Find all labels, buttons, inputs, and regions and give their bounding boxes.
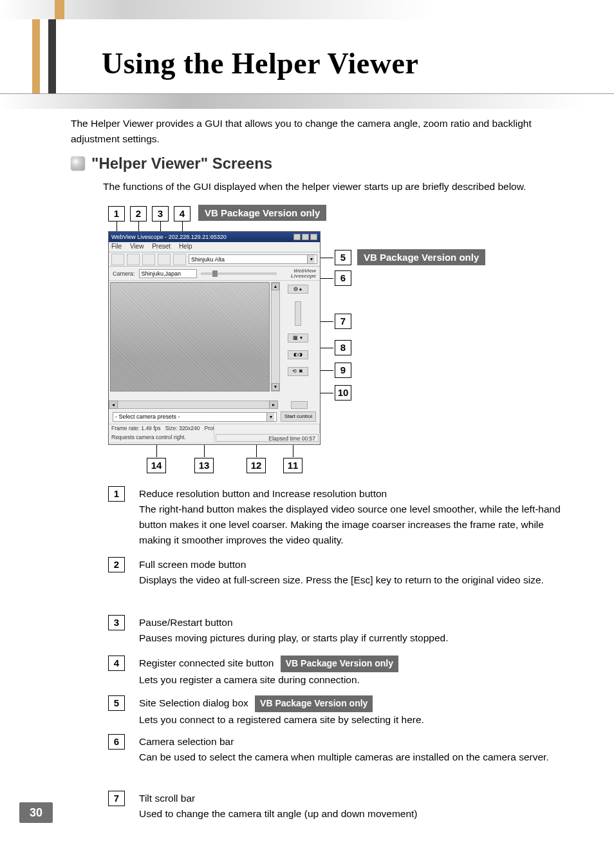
close-icon <box>310 234 317 240</box>
window-buttons <box>293 234 317 240</box>
section-title: "Helper Viewer" Screens <box>91 155 272 173</box>
arrow-down-icon: ▾ <box>272 383 279 391</box>
desc-text-6: Can be used to select the camera when mu… <box>139 751 549 762</box>
callout-7: 7 <box>335 314 351 329</box>
camera-selection-slider <box>201 272 277 275</box>
desc-num-1: 1 <box>108 486 125 502</box>
desc-head-6: Camera selection bar <box>139 736 234 747</box>
desc-text-4: Lets you register a camera site during c… <box>139 674 360 685</box>
preset-select: - Select camera presets - ▾ <box>113 412 277 422</box>
fullscreen-button <box>142 254 155 265</box>
desc-item-1: 1 Reduce resolution button and Increase … <box>108 486 572 548</box>
zoom-slider <box>295 301 301 326</box>
callout-9: 9 <box>335 363 351 378</box>
pause-restart-button <box>158 254 171 265</box>
title-underline <box>0 93 614 109</box>
callout-5: 5 <box>335 250 351 265</box>
camera-value: Shinjuku,Japan <box>142 270 181 277</box>
callout-1: 1 <box>108 206 125 222</box>
badge-item5-vb-only: VB Package Version only <box>255 695 373 712</box>
section-subtitle: The functions of the GUI displayed when … <box>103 179 579 194</box>
preset-row: - Select camera presets - ▾ Start contro… <box>109 410 320 424</box>
callout-8: 8 <box>335 340 351 355</box>
arrow-left-icon: ◂ <box>109 401 118 409</box>
connection-indicator-icon <box>291 401 308 409</box>
camera-label: Camera: <box>113 270 135 277</box>
toolbar: Shinjuku Alta ▾ <box>109 252 320 267</box>
chevron-down-icon: ▾ <box>307 255 315 263</box>
tilt-scrollbar: ▴ ▾ <box>271 282 280 392</box>
reduce-resolution-button <box>111 254 124 265</box>
status-request: Requests camera control right. <box>109 433 214 442</box>
desc-num-3: 3 <box>108 615 125 630</box>
menu-help: Help <box>179 243 192 250</box>
camera-select: Shinjuku,Japan <box>139 269 197 278</box>
desc-num-7: 7 <box>108 791 125 806</box>
top-gradient-bar <box>0 0 614 19</box>
window-title: WebView Livescope - 202.228.129.21:65320 <box>111 234 227 240</box>
desc-head-5: Site Selection dialog box <box>139 697 248 708</box>
desc-item-5: 5 Site Selection dialog box VB Package V… <box>108 695 572 728</box>
page-title: Using the Helper Viewer <box>102 46 418 80</box>
pan-track <box>118 401 269 409</box>
site-selection-dropdown: Shinjuku Alta ▾ <box>189 254 317 264</box>
logo-line2: Livescope <box>281 274 316 279</box>
callout-11: 11 <box>283 458 302 473</box>
desc-item-7: 7 Tilt scroll bar Used to change the cam… <box>108 791 572 822</box>
control-icon-1: ◐◑ <box>288 350 308 359</box>
callout-2: 2 <box>130 206 147 222</box>
camera-row: Camera: Shinjuku,Japan WebView Livescope <box>109 267 320 281</box>
section-bullet-icon <box>71 156 85 171</box>
callout-4: 4 <box>174 206 191 222</box>
desc-num-2: 2 <box>108 557 125 572</box>
callout-13: 13 <box>194 458 214 473</box>
arrow-right-icon: ▸ <box>269 401 278 409</box>
top-orange-mark <box>55 0 64 19</box>
callout-6: 6 <box>335 270 351 286</box>
register-site-button <box>173 254 186 265</box>
badge-right-vb-only: VB Package Version only <box>357 249 485 265</box>
arrow-up-icon: ▴ <box>272 283 279 290</box>
side-dark-bar <box>48 19 56 93</box>
live-video-view <box>110 282 270 392</box>
video-area: ▴ ▾ ◍ ▴ ▦ ▾ ◐◑ ⟲ ✖ <box>109 281 320 400</box>
desc-head-1: Reduce resolution button and Increase re… <box>139 488 387 499</box>
desc-text-7: Used to change the camera tilt angle (up… <box>139 808 418 819</box>
desc-head-7: Tilt scroll bar <box>139 793 195 804</box>
helper-viewer-window-screenshot: WebView Livescope - 202.228.129.21:65320… <box>108 231 321 445</box>
desc-head-2: Full screen mode button <box>139 559 246 570</box>
status-frame-rate: Frame rate: 1.49 fps Size: 320x240 Proto… <box>109 424 214 433</box>
desc-item-3: 3 Pause/Restart button Pauses moving pic… <box>108 615 572 646</box>
page-number-badge: 30 <box>19 802 53 823</box>
desc-item-2: 2 Full screen mode button Displays the v… <box>108 557 572 588</box>
chevron-down-icon: ▾ <box>266 413 274 421</box>
pan-scrollbar: ◂ ▸ <box>109 400 320 410</box>
intro-paragraph: The Helper Viewer provides a GUI that al… <box>71 116 560 147</box>
preset-value: - Select camera presets - <box>115 413 180 420</box>
desc-item-6: 6 Camera selection bar Can be used to se… <box>108 734 572 765</box>
slider-knob-icon <box>212 270 218 277</box>
webview-livescope-logo: WebView Livescope <box>281 269 316 279</box>
desc-num-6: 6 <box>108 734 125 750</box>
status-elapsed: Elapsed time 00:57 <box>216 434 319 442</box>
menu-preset: Preset <box>152 243 171 250</box>
backlight-icon: ▦ ▾ <box>288 334 308 343</box>
desc-text-3: Pauses moving pictures during play, or s… <box>139 632 448 643</box>
zoom-icon: ◍ ▴ <box>288 285 308 294</box>
callout-14: 14 <box>147 458 166 473</box>
increase-resolution-button <box>127 254 140 265</box>
desc-num-5: 5 <box>108 695 125 711</box>
callout-3: 3 <box>152 206 169 222</box>
badge-item4-vb-only: VB Package Version only <box>281 656 398 672</box>
callout-12: 12 <box>247 458 266 473</box>
menu-bar: File View Preset Help <box>109 242 320 252</box>
desc-text-2: Displays the video at full-screen size. … <box>139 574 544 585</box>
side-orange-bar <box>32 19 40 93</box>
start-control-button: Start control <box>281 411 316 422</box>
site-selection-value: Shinjuku Alta <box>191 256 225 263</box>
desc-text-1: The right-hand button makes the displaye… <box>139 504 561 545</box>
desc-text-5: Lets you connect to a registered camera … <box>139 714 424 725</box>
desc-num-4: 4 <box>108 656 125 671</box>
desc-head-3: Pause/Restart button <box>139 617 233 628</box>
maximize-icon <box>302 234 309 240</box>
